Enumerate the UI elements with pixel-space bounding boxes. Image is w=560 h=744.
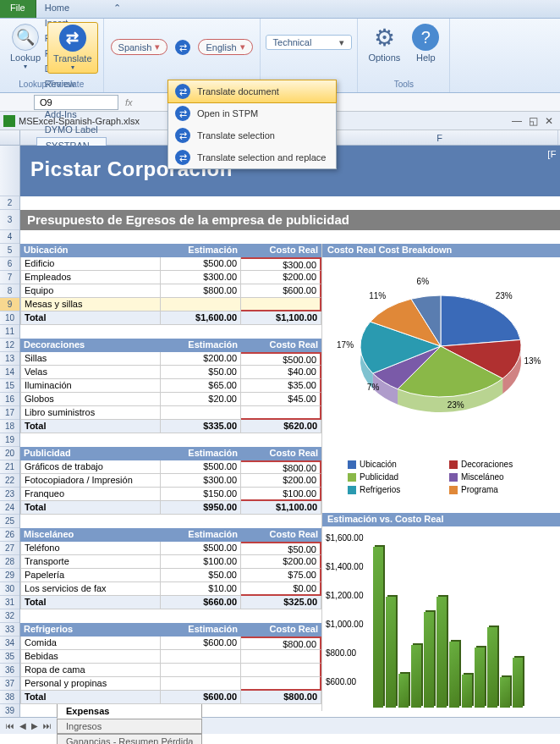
name-box[interactable]: O9 [34,95,118,110]
help-button[interactable]: ? Help [407,22,444,64]
row-header[interactable]: 32 [0,609,19,623]
fx-icon[interactable]: fx [118,97,140,107]
row-header[interactable]: 3 [0,210,19,230]
row-header[interactable]: 2 [0,196,19,210]
table-row[interactable]: Velas$50.00$40.00 [20,366,321,379]
table-row[interactable]: Transporte$100.00$200.00 [20,555,321,569]
legend-item: Misceláneo [449,472,534,482]
gear-icon: ⚙ [371,24,398,51]
row-header[interactable]: 11 [0,325,19,339]
svg-text:17%: 17% [337,340,354,350]
row-header[interactable]: 6 [0,257,19,271]
row-header[interactable]: 39 [0,704,19,717]
close-window-icon[interactable]: ✕ [541,115,557,127]
table-row[interactable]: Sillas$200.00$500.00 [20,352,321,366]
sheet-tab-ganancias-resumen-p-rdida[interactable]: Ganancias - Resumen Pérdida [57,734,202,745]
file-tab[interactable]: File [0,0,36,18]
bar [398,674,409,708]
table-row[interactable]: Equipo$800.00$600.00 [20,284,321,298]
row-header[interactable]: 24 [0,501,19,515]
row-header[interactable]: 28 [0,555,19,569]
row-header[interactable]: 30 [0,582,19,596]
table-row[interactable]: Bebidas [20,650,321,664]
table-row[interactable]: Teléfono$500.00$50.00 [20,542,321,555]
column-header-f[interactable]: F [321,130,558,145]
row-header[interactable]: 20 [0,447,19,460]
row-header[interactable]: 17 [0,406,19,420]
row-header[interactable]: 34 [0,637,19,650]
bar-chart[interactable]: $1,600.00$1,400.00$1,200.00$1,000.00$800… [322,526,560,711]
row-header[interactable]: 15 [0,379,19,393]
source-language-select[interactable]: Spanish ▾ [111,39,168,55]
table-row[interactable]: Empleados$300.00$200.00 [20,271,321,284]
last-sheet-icon[interactable]: ⏭ [41,721,54,730]
row-header[interactable]: 7 [0,271,19,284]
row-header[interactable]: 38 [0,691,19,704]
tab-home[interactable]: Home [36,0,107,15]
row-header[interactable]: 19 [0,433,19,447]
spreadsheet-grid[interactable]: 2345678910111213141516171819202122232425… [0,146,560,717]
table-row[interactable]: Iluminación$65.00$35.00 [20,379,321,393]
row-header[interactable]: 26 [0,528,19,542]
swap-languages-button[interactable]: ⇄ [175,40,190,55]
row-header[interactable]: 27 [0,542,19,555]
row-header[interactable]: 16 [0,393,19,406]
select-all-cell[interactable] [0,130,20,145]
row-header[interactable] [0,146,19,196]
row-header[interactable]: 21 [0,460,19,474]
options-button[interactable]: ⚙ Options [363,22,405,64]
next-sheet-icon[interactable]: ▶ [29,721,41,730]
row-header[interactable]: 4 [0,230,19,244]
table-row[interactable]: Franqueo$150.00$100.00 [20,488,321,501]
first-sheet-icon[interactable]: ⏮ [3,721,17,730]
row-header[interactable]: 37 [0,677,19,691]
row-header[interactable]: 5 [0,244,19,257]
row-header[interactable]: 35 [0,650,19,664]
row-header[interactable]: 29 [0,569,19,582]
legend-swatch [449,486,458,494]
table-row[interactable]: Papelería$50.00$75.00 [20,569,321,582]
table-row[interactable]: Comida$600.00$800.00 [20,637,321,650]
collapse-ribbon-icon[interactable]: ⌃ [107,0,128,18]
target-language-select[interactable]: English ▾ [198,39,252,55]
table-row[interactable]: Los servicios de fax$10.00$0.00 [20,582,321,596]
row-header[interactable]: 33 [0,623,19,637]
table-row[interactable]: Fotocopiadora / Impresión$300.00$200.00 [20,474,321,488]
table-row[interactable]: Gráficos de trabajo$500.00$800.00 [20,460,321,474]
table-row[interactable]: Mesas y sillas [20,298,321,311]
row-header[interactable]: 31 [0,596,19,609]
table-row[interactable]: Edificio$500.00$300.00 [20,257,321,271]
svg-text:7%: 7% [367,383,380,392]
row-header[interactable]: 8 [0,284,19,298]
table-row[interactable]: Personal y propinas [20,677,321,691]
row-header[interactable]: 23 [0,488,19,501]
pie-chart[interactable]: 23%13%23%7%17%11%6% UbicaciónDecoracione… [322,257,560,499]
restore-window-icon[interactable]: ◱ [525,115,541,127]
row-header[interactable]: 9 [0,298,19,311]
sheet-tab-ingresos[interactable]: Ingresos [57,719,202,734]
prev-sheet-icon[interactable]: ◀ [17,721,29,730]
row-header[interactable]: 36 [0,664,19,677]
row-header[interactable]: 10 [0,311,19,325]
legend-item: Decoraciones [449,460,534,469]
row-header[interactable]: 18 [0,420,19,433]
dropdown-item-translate-selection-and-replace[interactable]: ⇄Translate selection and replace [168,146,336,168]
translate-button[interactable]: ⇄ Translate ▾ [47,22,97,74]
total-row: Total$1,600.00$1,100.00 [20,311,321,325]
row-header[interactable]: 22 [0,474,19,488]
row-header[interactable]: 25 [0,515,19,528]
row-header[interactable]: 14 [0,366,19,379]
section-header: MisceláneoEstimaciónCosto Real [20,528,321,542]
dropdown-item-open-in-stpm[interactable]: ⇄Open in STPM [168,102,336,124]
dropdown-item-translate-document[interactable]: ⇄Translate document [167,80,337,103]
row-header[interactable]: 13 [0,352,19,366]
table-row[interactable]: Ropa de cama [20,664,321,677]
row-header[interactable]: 12 [0,339,19,352]
lookup-button[interactable]: 🔍 Lookup ▾ [5,22,46,74]
profile-select[interactable]: Technical ▾ [266,35,353,50]
minimize-window-icon[interactable]: — [508,115,525,127]
table-row[interactable]: Libro suministros [20,406,321,420]
translate-icon: ⇄ [175,128,190,143]
dropdown-item-translate-selection[interactable]: ⇄Translate selection [168,124,336,146]
table-row[interactable]: Globos$20.00$45.00 [20,393,321,406]
